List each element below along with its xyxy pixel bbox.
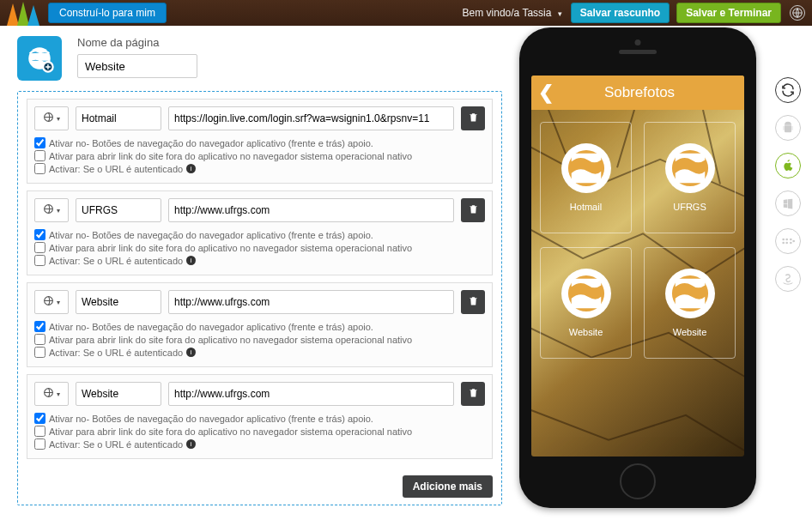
globe-icon bbox=[561, 269, 611, 318]
preview-pane: ❮ Sobrefotos bbox=[519, 26, 777, 520]
item-name-input[interactable] bbox=[76, 382, 161, 406]
svg-point-17 bbox=[782, 242, 785, 245]
item-icon-picker[interactable]: ▾ bbox=[34, 198, 69, 222]
preview-tile[interactable]: Website bbox=[644, 247, 736, 359]
svg-marker-0 bbox=[7, 3, 19, 26]
amazon-icon[interactable] bbox=[775, 266, 801, 292]
sync-icon[interactable] bbox=[775, 77, 801, 103]
tile-label: Hotmail bbox=[570, 202, 602, 212]
windows-icon[interactable] bbox=[775, 190, 801, 216]
delete-item-button[interactable] bbox=[461, 198, 485, 222]
external-browser-label: Ativar para abrir link do site fora do a… bbox=[49, 426, 412, 437]
welcome-text: Bem vindo/a Tassia bbox=[463, 7, 552, 19]
preview-tiles-grid: Hotmail UFRGS Website bbox=[531, 110, 744, 371]
auth-url-checkbox[interactable] bbox=[34, 255, 45, 266]
delete-item-button[interactable] bbox=[461, 106, 485, 130]
info-icon[interactable]: i bbox=[186, 439, 196, 449]
trash-icon bbox=[468, 295, 479, 309]
svg-point-15 bbox=[785, 239, 788, 241]
globe-icon bbox=[43, 387, 54, 401]
auth-url-label: Activar: Se o URL é autenticado bbox=[49, 348, 183, 358]
external-browser-checkbox[interactable] bbox=[34, 426, 45, 437]
svg-point-18 bbox=[785, 242, 788, 245]
item-url-input[interactable] bbox=[168, 382, 454, 406]
auth-url-checkbox[interactable] bbox=[34, 438, 45, 450]
globe-icon bbox=[561, 143, 611, 193]
item-url-input[interactable] bbox=[168, 106, 454, 130]
external-browser-checkbox[interactable] bbox=[34, 242, 45, 253]
android-icon[interactable] bbox=[775, 115, 801, 141]
save-finish-button[interactable]: Salvar e Terminar bbox=[676, 3, 781, 23]
back-chevron-icon[interactable]: ❮ bbox=[538, 82, 554, 104]
welcome-user-dropdown[interactable]: Bem vindo/a Tassia ▾ bbox=[463, 7, 562, 19]
globe-icon bbox=[43, 112, 54, 125]
tile-label: UFRGS bbox=[673, 202, 706, 212]
nav-buttons-checkbox[interactable] bbox=[34, 137, 45, 148]
nav-buttons-checkbox[interactable] bbox=[34, 413, 45, 424]
info-icon[interactable]: i bbox=[186, 164, 196, 173]
item-icon-picker[interactable]: ▾ bbox=[34, 290, 69, 314]
nav-buttons-label: Ativar no- Botões de navegação do navega… bbox=[49, 230, 373, 240]
platform-rail bbox=[775, 77, 801, 292]
svg-point-20 bbox=[792, 240, 795, 243]
add-more-button[interactable]: Adicione mais bbox=[403, 475, 493, 498]
page-type-globe-icon bbox=[17, 36, 62, 81]
page-name-label: Nome da página bbox=[77, 36, 197, 49]
build-for-me-button[interactable]: Construí-lo para mim bbox=[48, 3, 167, 23]
info-icon[interactable]: i bbox=[186, 348, 196, 357]
item-name-input[interactable] bbox=[76, 290, 161, 314]
svg-point-19 bbox=[790, 242, 792, 245]
globe-icon bbox=[43, 295, 54, 309]
preview-tile[interactable]: Hotmail bbox=[540, 122, 632, 233]
item-url-input[interactable] bbox=[168, 290, 454, 314]
preview-tile[interactable]: Website bbox=[540, 247, 632, 359]
external-browser-checkbox[interactable] bbox=[34, 334, 45, 345]
globe-icon bbox=[665, 143, 715, 193]
website-item: ▾ Ativar no- Botões de navegação do nave… bbox=[27, 99, 493, 184]
tile-label: Website bbox=[673, 327, 707, 337]
app-logo bbox=[7, 0, 43, 26]
svg-marker-1 bbox=[17, 2, 29, 26]
info-icon[interactable]: i bbox=[186, 256, 196, 265]
nav-buttons-checkbox[interactable] bbox=[34, 321, 45, 332]
item-name-input[interactable] bbox=[76, 106, 161, 130]
phone-camera-dot bbox=[635, 39, 641, 45]
website-item: ▾ Ativar no- Botões de navegação do nave… bbox=[27, 282, 493, 367]
caret-down-icon: ▾ bbox=[558, 9, 562, 18]
page-name-input[interactable] bbox=[77, 54, 197, 78]
website-item: ▾ Ativar no- Botões de navegação do nave… bbox=[27, 190, 493, 275]
nav-buttons-checkbox[interactable] bbox=[34, 229, 45, 240]
delete-item-button[interactable] bbox=[461, 382, 485, 406]
svg-marker-2 bbox=[27, 5, 39, 26]
save-draft-button[interactable]: Salvar rascunho bbox=[571, 3, 670, 23]
svg-point-14 bbox=[782, 239, 785, 241]
editor-pane: Nome da página ▾ bbox=[0, 26, 519, 520]
svg-point-16 bbox=[790, 239, 792, 241]
language-globe-icon[interactable] bbox=[790, 5, 805, 21]
external-browser-label: Ativar para abrir link do site fora do a… bbox=[49, 243, 412, 253]
trash-icon bbox=[468, 387, 479, 401]
trash-icon bbox=[468, 112, 479, 125]
item-url-input[interactable] bbox=[168, 198, 454, 222]
auth-url-checkbox[interactable] bbox=[34, 347, 45, 358]
globe-icon bbox=[43, 203, 54, 217]
caret-down-icon: ▾ bbox=[57, 115, 60, 123]
caret-down-icon: ▾ bbox=[57, 390, 60, 398]
external-browser-checkbox[interactable] bbox=[34, 150, 45, 161]
caret-down-icon: ▾ bbox=[57, 299, 60, 306]
external-browser-label: Ativar para abrir link do site fora do a… bbox=[49, 335, 412, 345]
auth-url-label: Activar: Se o URL é autenticado bbox=[49, 164, 183, 174]
delete-item-button[interactable] bbox=[461, 290, 485, 314]
item-icon-picker[interactable]: ▾ bbox=[34, 106, 69, 130]
preview-tile[interactable]: UFRGS bbox=[644, 122, 736, 233]
auth-url-label: Activar: Se o URL é autenticado bbox=[49, 256, 183, 266]
blackberry-icon[interactable] bbox=[775, 228, 801, 254]
phone-frame: ❮ Sobrefotos bbox=[519, 27, 756, 508]
preview-title: Sobrefotos bbox=[561, 84, 718, 101]
website-item: ▾ Ativar no- Botões de navegação do nave… bbox=[27, 374, 493, 459]
apple-icon[interactable] bbox=[775, 153, 801, 178]
auth-url-checkbox[interactable] bbox=[34, 163, 45, 174]
item-name-input[interactable] bbox=[76, 198, 161, 222]
item-icon-picker[interactable]: ▾ bbox=[34, 382, 69, 406]
nav-buttons-label: Ativar no- Botões de navegação do navega… bbox=[49, 138, 373, 148]
